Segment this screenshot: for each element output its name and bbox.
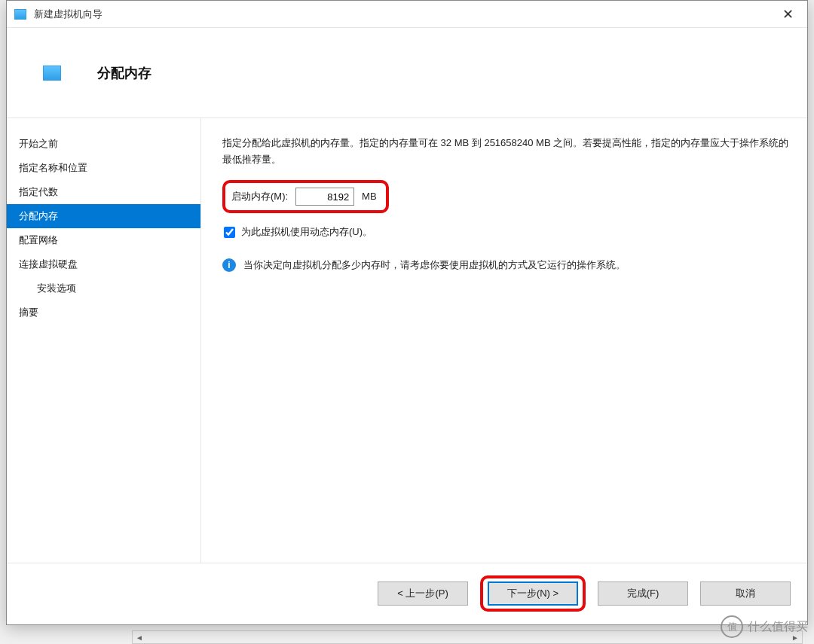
wizard-steps-sidebar: 开始之前 指定名称和位置 指定代数 分配内存 配置网络 连接虚拟硬盘 安装选项 … xyxy=(7,118,201,563)
step-label: 分配内存 xyxy=(19,210,58,221)
header-icon xyxy=(43,66,61,81)
step-label: 开始之前 xyxy=(19,138,58,149)
step-before-you-begin[interactable]: 开始之前 xyxy=(7,132,200,156)
close-button[interactable]: ✕ xyxy=(771,3,804,26)
step-label: 指定代数 xyxy=(19,186,58,197)
next-button-highlight: 下一步(N) > xyxy=(480,575,586,612)
scroll-track[interactable] xyxy=(146,631,788,643)
step-assign-memory[interactable]: 分配内存 xyxy=(7,204,200,228)
wizard-body: 开始之前 指定名称和位置 指定代数 分配内存 配置网络 连接虚拟硬盘 安装选项 … xyxy=(7,118,807,563)
step-specify-generation[interactable]: 指定代数 xyxy=(7,180,200,204)
step-label: 安装选项 xyxy=(37,282,76,294)
cancel-button[interactable]: 取消 xyxy=(700,581,791,606)
memory-description: 指定分配给此虚拟机的内存量。指定的内存量可在 32 MB 到 251658240… xyxy=(222,135,789,168)
info-row: i 当你决定向虚拟机分配多少内存时，请考虑你要使用虚拟机的方式及它运行的操作系统… xyxy=(222,257,789,273)
watermark-badge: 值 xyxy=(721,615,743,638)
close-icon: ✕ xyxy=(782,6,794,23)
step-label: 配置网络 xyxy=(19,234,58,246)
step-label: 摘要 xyxy=(19,307,38,318)
step-configure-networking[interactable]: 配置网络 xyxy=(7,228,200,252)
wizard-content: 指定分配给此虚拟机的内存量。指定的内存量可在 32 MB 到 251658240… xyxy=(201,118,807,563)
info-text: 当你决定向虚拟机分配多少内存时，请考虑你要使用虚拟机的方式及它运行的操作系统。 xyxy=(243,257,626,273)
info-icon: i xyxy=(222,258,236,272)
memory-unit-label: MB xyxy=(362,188,377,205)
startup-memory-label: 启动内存(M): xyxy=(231,188,288,205)
wizard-header: 分配内存 xyxy=(7,28,807,118)
background-horizontal-scrollbar: ◄ ► xyxy=(132,630,803,644)
startup-memory-input[interactable] xyxy=(295,188,354,206)
step-label: 指定名称和位置 xyxy=(19,162,87,173)
page-title: 分配内存 xyxy=(97,64,151,82)
finish-button[interactable]: 完成(F) xyxy=(598,581,688,606)
wizard-footer: < 上一步(P) 下一步(N) > 完成(F) 取消 xyxy=(7,563,807,623)
window-title: 新建虚拟机向导 xyxy=(34,8,771,21)
titlebar: 新建虚拟机向导 ✕ xyxy=(7,1,807,28)
step-connect-virtual-hard-disk[interactable]: 连接虚拟硬盘 xyxy=(7,252,200,276)
dynamic-memory-label: 为此虚拟机使用动态内存(U)。 xyxy=(241,224,372,240)
startup-memory-row: 启动内存(M): MB xyxy=(222,180,389,213)
dynamic-memory-row: 为此虚拟机使用动态内存(U)。 xyxy=(222,224,789,240)
wizard-dialog: 新建虚拟机向导 ✕ 分配内存 开始之前 指定名称和位置 指定代数 分配内存 配置… xyxy=(6,0,808,625)
step-label: 连接虚拟硬盘 xyxy=(19,258,78,270)
step-installation-options[interactable]: 安装选项 xyxy=(7,276,200,301)
dynamic-memory-checkbox[interactable] xyxy=(224,227,235,238)
watermark: 值 什么值得买 xyxy=(721,615,808,638)
previous-button[interactable]: < 上一步(P) xyxy=(378,581,468,606)
scroll-left-arrow[interactable]: ◄ xyxy=(133,631,146,643)
watermark-text: 什么值得买 xyxy=(748,619,808,635)
next-button[interactable]: 下一步(N) > xyxy=(488,581,578,606)
window-icon xyxy=(14,9,26,20)
step-specify-name-location[interactable]: 指定名称和位置 xyxy=(7,156,200,180)
step-summary[interactable]: 摘要 xyxy=(7,301,200,325)
